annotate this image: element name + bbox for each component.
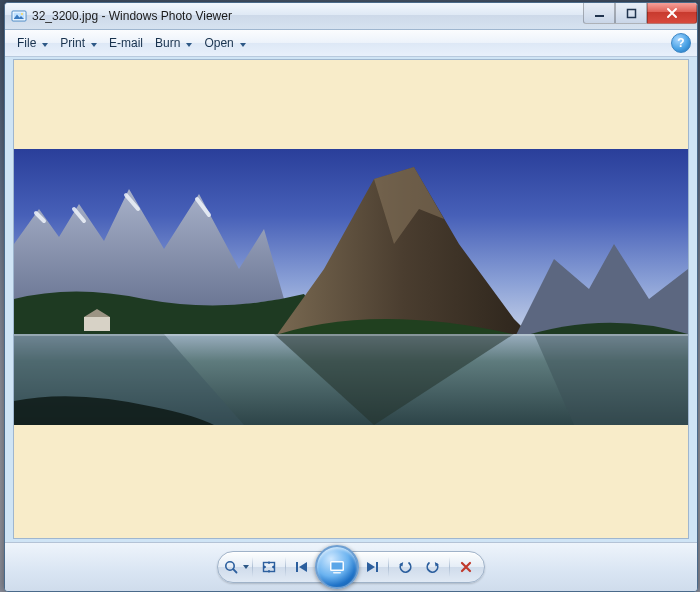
help-icon: ? — [677, 36, 684, 50]
menu-file[interactable]: File — [11, 31, 54, 55]
rotate-cw-button[interactable] — [419, 553, 447, 581]
svg-rect-7 — [84, 317, 110, 331]
fit-button[interactable] — [255, 553, 283, 581]
svg-line-11 — [233, 569, 236, 572]
separator — [388, 557, 389, 577]
close-button[interactable] — [647, 3, 697, 24]
menu-label: File — [17, 36, 36, 50]
next-button[interactable] — [358, 553, 386, 581]
menu-label: E-mail — [109, 36, 143, 50]
menu-print[interactable]: Print — [54, 31, 103, 55]
slideshow-icon — [327, 559, 347, 575]
chevron-down-icon — [91, 36, 97, 50]
menu-burn[interactable]: Burn — [149, 31, 198, 55]
photo-viewer-window: 32_3200.jpg - Windows Photo Viewer File … — [4, 2, 698, 592]
previous-icon — [294, 560, 310, 574]
fit-window-icon — [261, 559, 277, 575]
chevron-down-icon — [186, 36, 192, 50]
separator — [449, 557, 450, 577]
window-buttons — [583, 3, 697, 23]
svg-rect-22 — [376, 562, 378, 572]
chevron-down-icon — [243, 565, 249, 569]
svg-marker-17 — [299, 562, 307, 572]
minimize-button[interactable] — [583, 3, 615, 24]
svg-marker-21 — [367, 562, 375, 572]
menu-open[interactable]: Open — [198, 31, 251, 55]
menu-label: Print — [60, 36, 85, 50]
window-title: 32_3200.jpg - Windows Photo Viewer — [32, 9, 232, 23]
displayed-image — [14, 149, 688, 425]
svg-marker-12 — [238, 565, 241, 571]
slideshow-button[interactable] — [315, 545, 359, 589]
rotate-ccw-icon — [397, 559, 413, 575]
app-icon — [11, 8, 27, 24]
next-icon — [364, 560, 380, 574]
menu-label: Open — [204, 36, 233, 50]
svg-rect-5 — [627, 9, 635, 17]
delete-icon — [459, 560, 473, 574]
delete-button[interactable] — [452, 553, 480, 581]
control-group — [217, 551, 485, 583]
zoom-button[interactable] — [222, 553, 250, 581]
separator — [285, 557, 286, 577]
svg-rect-4 — [595, 15, 604, 17]
menubar: File Print E-mail Burn Open ? — [5, 30, 697, 57]
svg-rect-20 — [333, 572, 341, 574]
chevron-down-icon — [240, 36, 246, 50]
maximize-button[interactable] — [615, 3, 647, 24]
help-button[interactable]: ? — [671, 33, 691, 53]
svg-rect-19 — [332, 563, 343, 570]
previous-button[interactable] — [288, 553, 316, 581]
titlebar[interactable]: 32_3200.jpg - Windows Photo Viewer — [5, 3, 697, 30]
image-viewport — [13, 59, 689, 539]
magnifier-icon — [223, 559, 241, 575]
chevron-down-icon — [42, 36, 48, 50]
svg-point-3 — [21, 13, 23, 15]
menu-label: Burn — [155, 36, 180, 50]
separator — [252, 557, 253, 577]
rotate-ccw-button[interactable] — [391, 553, 419, 581]
rotate-cw-icon — [425, 559, 441, 575]
svg-rect-16 — [296, 562, 298, 572]
control-bar — [5, 542, 697, 591]
menu-email[interactable]: E-mail — [103, 31, 149, 55]
